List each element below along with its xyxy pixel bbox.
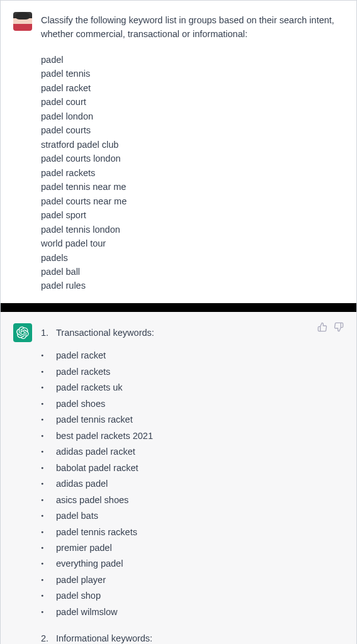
bullet-icon: ● bbox=[41, 348, 50, 362]
bullet-icon: ● bbox=[41, 509, 50, 523]
user-message: Classify the following keyword list in g… bbox=[1, 1, 356, 303]
bullet-icon: ● bbox=[41, 429, 50, 443]
keyword-bullet-list: ●padel racket●padel rackets●padel racket… bbox=[41, 348, 344, 619]
list-item-text: everything padel bbox=[56, 557, 123, 570]
keyword-line: padels bbox=[41, 251, 344, 265]
thumbs-down-icon[interactable] bbox=[334, 322, 344, 332]
bullet-icon: ● bbox=[41, 461, 50, 475]
list-item-text: padel player bbox=[56, 573, 106, 587]
group-title: Transactional keywords: bbox=[56, 326, 154, 340]
list-item: ●asics padel shoes bbox=[41, 493, 344, 507]
list-item-text: padel racket bbox=[56, 348, 106, 362]
keyword-line: padel courts near me bbox=[41, 194, 344, 208]
bullet-icon: ● bbox=[41, 525, 50, 539]
chat-container: Classify the following keyword list in g… bbox=[0, 0, 357, 644]
list-item-text: adidas padel racket bbox=[56, 445, 135, 458]
openai-logo-icon bbox=[16, 326, 29, 339]
group-header: 1.Transactional keywords: bbox=[41, 326, 344, 340]
bullet-icon: ● bbox=[41, 589, 50, 602]
list-item: ●padel rackets bbox=[41, 365, 344, 379]
list-item: ●padel tennis racket bbox=[41, 413, 344, 426]
user-content: Classify the following keyword list in g… bbox=[41, 12, 344, 293]
list-item: ●best padel rackets 2021 bbox=[41, 429, 344, 443]
bullet-icon: ● bbox=[41, 397, 50, 411]
keyword-line: padel courts london bbox=[41, 152, 344, 165]
keyword-line: padel bbox=[41, 53, 344, 67]
thumbs-up-icon[interactable] bbox=[317, 322, 327, 332]
list-item: ●padel racket bbox=[41, 348, 344, 362]
user-avatar bbox=[13, 12, 32, 31]
list-item: ●padel bats bbox=[41, 509, 344, 523]
keyword-line: padel london bbox=[41, 109, 344, 123]
group-title: Informational keywords: bbox=[56, 631, 152, 644]
bullet-icon: ● bbox=[41, 573, 50, 587]
keyword-line: padel tennis london bbox=[41, 223, 344, 236]
keyword-line: world padel tour bbox=[41, 236, 344, 250]
keyword-line: stratford padel club bbox=[41, 138, 344, 152]
list-item: ●padel tennis rackets bbox=[41, 525, 344, 539]
keyword-line: padel sport bbox=[41, 208, 344, 222]
list-item: ●babolat padel racket bbox=[41, 461, 344, 475]
list-item: ●padel player bbox=[41, 573, 344, 587]
bullet-icon: ● bbox=[41, 541, 50, 555]
list-item-text: padel bats bbox=[56, 509, 98, 523]
bullet-icon: ● bbox=[41, 493, 50, 507]
bullet-icon: ● bbox=[41, 413, 50, 426]
list-item: ●everything padel bbox=[41, 557, 344, 570]
list-item: ●padel rackets uk bbox=[41, 380, 344, 394]
bullet-icon: ● bbox=[41, 605, 50, 619]
bullet-icon: ● bbox=[41, 380, 50, 394]
keyword-line: padel rackets bbox=[41, 166, 344, 180]
keyword-line: padel court bbox=[41, 95, 344, 109]
keyword-line: padel ball bbox=[41, 265, 344, 279]
list-item-text: padel wilmslow bbox=[56, 605, 118, 619]
bullet-icon: ● bbox=[41, 477, 50, 491]
list-item: ●adidas padel racket bbox=[41, 445, 344, 458]
feedback-controls bbox=[317, 322, 344, 332]
keyword-line: padel racket bbox=[41, 81, 344, 95]
bullet-icon: ● bbox=[41, 365, 50, 379]
keyword-line: padel tennis near me bbox=[41, 180, 344, 194]
list-item-text: padel tennis racket bbox=[56, 413, 133, 426]
keyword-line: padel courts bbox=[41, 123, 344, 137]
list-item-text: best padel rackets 2021 bbox=[56, 429, 153, 443]
keyword-line: padel tennis bbox=[41, 67, 344, 80]
list-item-text: padel rackets bbox=[56, 365, 110, 379]
list-item-text: padel tennis rackets bbox=[56, 525, 137, 539]
assistant-content: 1.Transactional keywords:●padel racket●p… bbox=[41, 323, 344, 644]
group-number: 1. bbox=[41, 326, 50, 340]
group-header: 2.Informational keywords: bbox=[41, 631, 344, 644]
list-item: ●padel shop bbox=[41, 589, 344, 602]
user-prompt-text: Classify the following keyword list in g… bbox=[41, 13, 344, 42]
list-item-text: asics padel shoes bbox=[56, 493, 128, 507]
list-item-text: padel rackets uk bbox=[56, 380, 123, 394]
assistant-message: 1.Transactional keywords:●padel racket●p… bbox=[1, 312, 356, 644]
user-keyword-list: padelpadel tennispadel racketpadel court… bbox=[41, 53, 344, 293]
list-item: ●adidas padel bbox=[41, 477, 344, 491]
list-item-text: padel shoes bbox=[56, 397, 105, 411]
list-item-text: padel shop bbox=[56, 589, 101, 602]
list-item-text: adidas padel bbox=[56, 477, 108, 491]
keyword-line: padel rules bbox=[41, 279, 344, 292]
section-divider bbox=[1, 303, 356, 312]
list-item: ●premier padel bbox=[41, 541, 344, 555]
list-item-text: babolat padel racket bbox=[56, 461, 139, 475]
assistant-avatar bbox=[13, 323, 32, 342]
bullet-icon: ● bbox=[41, 557, 50, 570]
list-item-text: premier padel bbox=[56, 541, 112, 555]
bullet-icon: ● bbox=[41, 445, 50, 458]
group-number: 2. bbox=[41, 631, 50, 644]
list-item: ●padel wilmslow bbox=[41, 605, 344, 619]
list-item: ●padel shoes bbox=[41, 397, 344, 411]
